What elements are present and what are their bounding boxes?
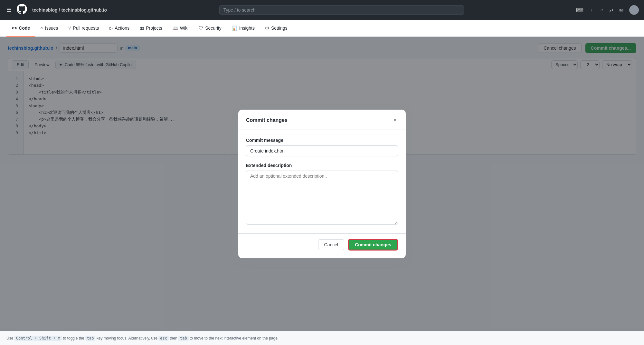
search-input[interactable]: [219, 5, 464, 15]
tab-wiki[interactable]: 📖 Wiki: [167, 20, 194, 37]
modal-header: Commit changes ×: [238, 110, 406, 130]
main-content: techinsblog.github.io / in main Cancel c…: [0, 37, 644, 331]
issues-icon: ○: [40, 25, 43, 31]
ctrl-shortcut: Control + Shift + m: [14, 336, 62, 341]
modal-title: Commit changes: [246, 117, 288, 123]
commit-message-input[interactable]: [246, 145, 398, 156]
fork-icon[interactable]: ⇄: [609, 7, 613, 13]
projects-icon: ▦: [140, 25, 144, 31]
top-navigation: ☰ techinsblog / techinsblog.github.io ⌨ …: [0, 0, 644, 20]
commit-modal: Commit changes × Commit message Extended…: [238, 110, 406, 258]
status-bar: Use Control + Shift + m to toggle the ta…: [0, 331, 644, 345]
modal-cancel-button[interactable]: Cancel: [318, 239, 345, 250]
repo-tabs: <> Code ○ Issues ⑂ Pull requests ▷ Actio…: [0, 20, 644, 37]
nav-repo[interactable]: techinsblog.github.io: [61, 7, 107, 13]
tab-key-2: tab: [178, 336, 189, 341]
settings-icon: ⚙: [265, 25, 269, 31]
search-bar[interactable]: [219, 5, 464, 15]
nav-breadcrumb: techinsblog / techinsblog.github.io: [32, 7, 107, 13]
extended-desc-textarea[interactable]: [246, 171, 398, 225]
tab-actions[interactable]: ▷ Actions: [104, 20, 135, 37]
avatar[interactable]: [629, 5, 639, 15]
nav-user[interactable]: techinsblog: [32, 7, 58, 13]
commit-message-label: Commit message: [246, 138, 398, 143]
tab-security[interactable]: 🛡 Security: [194, 20, 227, 37]
mail-icon[interactable]: ✉: [619, 7, 623, 13]
modal-commit-button[interactable]: Commit changes: [348, 239, 398, 251]
nav-separator: /: [59, 7, 60, 13]
esc-key: esc: [158, 336, 169, 341]
notifications-icon[interactable]: ○: [600, 7, 603, 13]
terminal-icon[interactable]: ⌨: [576, 7, 583, 13]
hamburger-menu[interactable]: ☰: [5, 5, 13, 15]
status-text: Use Control + Shift + m to toggle the ta…: [6, 336, 279, 340]
extended-desc-label: Extended description: [246, 163, 398, 168]
github-logo[interactable]: [17, 4, 27, 16]
tab-key-1: tab: [85, 336, 96, 341]
modal-backdrop: Commit changes × Commit message Extended…: [0, 37, 644, 331]
tab-code[interactable]: <> Code: [6, 20, 35, 37]
actions-icon: ▷: [109, 25, 113, 31]
wiki-icon: 📖: [173, 25, 178, 31]
tab-pull-requests[interactable]: ⑂ Pull requests: [63, 20, 104, 37]
code-icon: <>: [12, 25, 17, 31]
tab-insights[interactable]: 📊 Insights: [227, 20, 260, 37]
pull-requests-icon: ⑂: [68, 25, 71, 31]
tab-issues[interactable]: ○ Issues: [35, 20, 63, 37]
tab-projects[interactable]: ▦ Projects: [135, 20, 167, 37]
security-icon: 🛡: [199, 25, 203, 31]
tab-settings[interactable]: ⚙ Settings: [260, 20, 293, 37]
modal-body: Commit message Extended description: [238, 130, 406, 233]
create-icon[interactable]: ＋: [589, 7, 594, 14]
nav-icon-group: ⌨ ＋ ○ ⇄ ✉: [576, 5, 639, 15]
modal-close-button[interactable]: ×: [392, 116, 398, 124]
insights-icon: 📊: [232, 25, 237, 31]
modal-footer: Cancel Commit changes: [238, 233, 406, 258]
